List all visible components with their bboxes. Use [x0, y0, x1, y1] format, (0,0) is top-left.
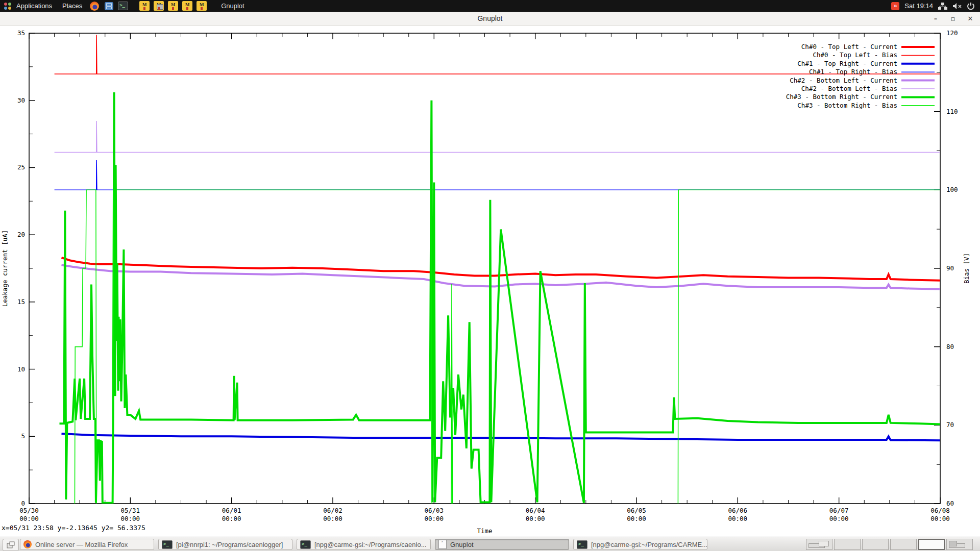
terminal-launcher[interactable]: >_: [118, 1, 128, 11]
svg-text:Leakage current [uA]: Leakage current [uA]: [1, 230, 9, 307]
svg-text:Ch#0 - Top Left - Bias: Ch#0 - Top Left - Bias: [813, 51, 897, 59]
svg-text:100: 100: [946, 186, 958, 193]
svg-text:Ch#3 - Bottom Right - Current: Ch#3 - Bottom Right - Current: [786, 93, 897, 101]
distro-menu-icon[interactable]: [4, 3, 11, 10]
midas-icon: M: [182, 1, 192, 11]
svg-text:06/01: 06/01: [222, 507, 241, 514]
terminal-icon: >_: [300, 540, 311, 549]
svg-text:60: 60: [946, 499, 954, 507]
midas-window-3[interactable]: M: [168, 1, 178, 11]
svg-text:35: 35: [17, 29, 25, 37]
workspace-cell-3[interactable]: [862, 539, 889, 550]
places-menu[interactable]: Places: [57, 0, 87, 12]
svg-text:Ch#2 - Bottom Left - Current: Ch#2 - Bottom Left - Current: [790, 77, 897, 84]
svg-text:06/06: 06/06: [728, 507, 748, 514]
svg-text:20: 20: [17, 231, 25, 238]
workspace-cell-2[interactable]: [834, 539, 861, 550]
taskbar: Online server — Mozilla Firefox >_ [pi@n…: [0, 537, 980, 551]
minimize-button[interactable]: –: [930, 14, 941, 24]
taskbar-button-label: [npg@carme-gsi:~/Programs/caenlo...: [314, 541, 426, 548]
show-desktop-button[interactable]: [3, 539, 19, 551]
svg-text:00:00: 00:00: [930, 515, 950, 522]
taskbar-button-label: [npg@carme-gsi:~/Programs/CARME...: [591, 541, 707, 548]
gnuplot-canvas[interactable]: 05/3000:0005/3100:0006/0100:0006/0200:00…: [0, 26, 980, 537]
svg-text:10: 10: [17, 365, 25, 373]
midas-window-2[interactable]: M: [154, 1, 164, 11]
maximize-button[interactable]: ▫: [947, 14, 959, 24]
taskbar-button-terminal-3[interactable]: >_ [npg@carme-gsi:~/Programs/CARME...: [573, 539, 707, 550]
svg-text:Ch#0 - Top Left - Current: Ch#0 - Top Left - Current: [801, 43, 897, 51]
notification-icon[interactable]: »: [891, 2, 899, 10]
svg-text:06/03: 06/03: [425, 507, 444, 514]
midas-icon: M: [139, 1, 150, 11]
svg-text:00:00: 00:00: [323, 515, 342, 522]
firefox-launcher[interactable]: [89, 1, 100, 11]
workspace-switcher: [806, 539, 973, 550]
taskbar-button-terminal-1[interactable]: >_ [pi@nnrpi1: ~/Programs/caenlogger]: [158, 539, 292, 550]
midas-window-1[interactable]: M: [139, 1, 150, 11]
firefox-icon: [23, 540, 32, 548]
taskbar-button-label: [pi@nnrpi1: ~/Programs/caenlogger]: [176, 541, 283, 548]
midas-camera-icon: M: [154, 1, 164, 11]
desktop-panel: Applications Places >_ M M M M M Gnuplot…: [0, 0, 980, 12]
svg-text:05/31: 05/31: [121, 507, 140, 514]
svg-text:06/04: 06/04: [526, 507, 545, 514]
svg-text:70: 70: [946, 421, 954, 429]
midas-window-4[interactable]: M: [182, 1, 192, 11]
svg-text:00:00: 00:00: [19, 515, 39, 522]
svg-text:00:00: 00:00: [627, 515, 646, 522]
svg-text:00:00: 00:00: [425, 515, 444, 522]
terminal-icon: >_: [162, 540, 173, 549]
windows-pager-icon: [7, 541, 15, 548]
workspace-cell-5[interactable]: [918, 539, 945, 550]
close-button[interactable]: ✕: [965, 14, 976, 24]
workspace-cell-4[interactable]: [890, 539, 917, 550]
svg-text:0: 0: [21, 499, 25, 507]
window-title: Gnuplot: [0, 14, 980, 22]
clock[interactable]: Sat 19:14: [904, 2, 933, 10]
svg-text:00:00: 00:00: [121, 515, 140, 522]
chart: 05/3000:0005/3100:0006/0100:0006/0200:00…: [0, 26, 980, 537]
panel-active-window-label[interactable]: Gnuplot: [221, 2, 244, 10]
power-icon[interactable]: [967, 2, 975, 10]
svg-text:Ch#1 - Top Right - Current: Ch#1 - Top Right - Current: [797, 60, 897, 67]
terminal-icon: >_: [118, 2, 128, 10]
task-button-strip: Online server — Mozilla Firefox >_ [pi@n…: [20, 539, 707, 550]
svg-text:5: 5: [21, 432, 25, 440]
taskbar-button-label: Online server — Mozilla Firefox: [35, 541, 128, 548]
gnuplot-icon: [438, 540, 447, 549]
svg-text:120: 120: [946, 29, 958, 37]
svg-text:05/30: 05/30: [19, 507, 39, 514]
taskbar-button-terminal-2[interactable]: >_ [npg@carme-gsi:~/Programs/caenlo...: [297, 539, 431, 550]
svg-text:90: 90: [946, 264, 954, 272]
svg-text:Bias [V]: Bias [V]: [963, 253, 970, 284]
taskbar-button-firefox[interactable]: Online server — Mozilla Firefox: [20, 539, 154, 550]
svg-text:25: 25: [17, 163, 25, 171]
midas-icon: M: [168, 1, 178, 11]
midas-window-5[interactable]: M: [197, 1, 207, 11]
svg-text:06/07: 06/07: [829, 507, 849, 514]
volume-muted-icon[interactable]: [952, 2, 962, 10]
svg-text:110: 110: [946, 108, 958, 115]
svg-text:00:00: 00:00: [728, 515, 748, 522]
svg-text:Ch#1 - Top Right - Bias: Ch#1 - Top Right - Bias: [809, 68, 897, 76]
svg-text:15: 15: [17, 298, 25, 306]
applications-menu[interactable]: Applications: [11, 0, 57, 12]
midas-icon: M: [197, 1, 207, 11]
svg-text:Time: Time: [477, 527, 492, 535]
svg-text:06/05: 06/05: [627, 507, 646, 514]
network-icon[interactable]: [938, 2, 947, 10]
workspace-cell-6[interactable]: [946, 539, 973, 550]
taskbar-button-gnuplot[interactable]: Gnuplot: [435, 539, 569, 550]
workspace-cell-1[interactable]: [806, 539, 832, 550]
svg-text:00:00: 00:00: [526, 515, 545, 522]
svg-text:06/08: 06/08: [930, 507, 950, 514]
svg-text:Ch#3 - Bottom Right - Bias: Ch#3 - Bottom Right - Bias: [797, 102, 897, 109]
gnuplot-window-titlebar[interactable]: Gnuplot – ▫ ✕: [0, 12, 980, 26]
firefox-icon: [90, 2, 99, 11]
taskbar-button-label: Gnuplot: [450, 541, 474, 548]
svg-text:30: 30: [17, 96, 25, 104]
files-launcher[interactable]: [104, 1, 114, 11]
terminal-icon: >_: [577, 540, 587, 549]
files-icon: [105, 2, 113, 10]
